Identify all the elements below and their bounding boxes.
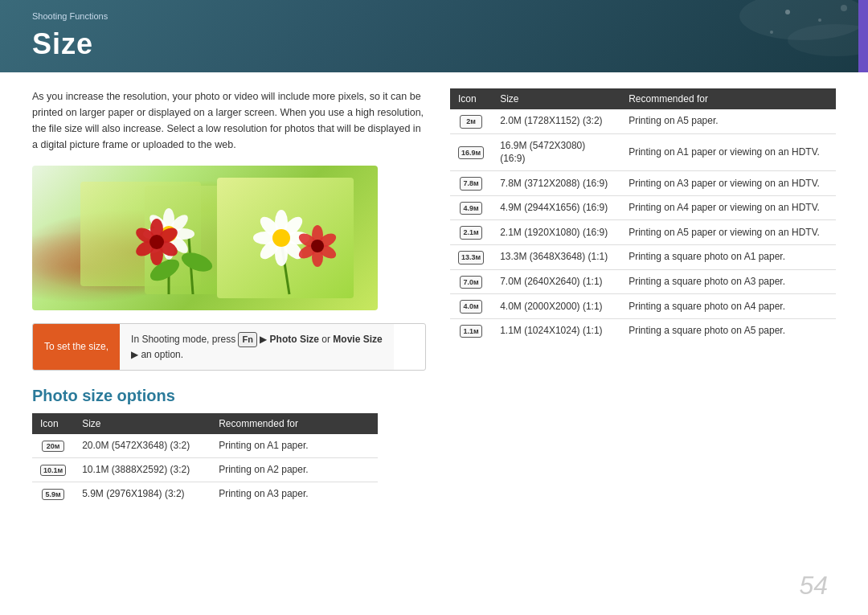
icon-badge: 4.9м — [460, 202, 482, 215]
tip-arrow1: ▶ — [260, 334, 269, 345]
col-size-header: Size — [74, 413, 211, 434]
icon-cell: 1.1м — [450, 318, 492, 342]
fn-key-badge: Fn — [238, 332, 256, 347]
right-column: Icon Size Recommended for 2м 2.0M (1728X… — [450, 88, 836, 506]
size-cell: 4.9M (2944X1656) (16:9) — [492, 195, 620, 220]
rec-cell: Printing on A2 paper. — [211, 457, 378, 482]
icon-cell: 13.3м — [450, 244, 492, 269]
main-content: As you increase the resolution, your pho… — [0, 72, 868, 522]
breadcrumb: Shooting Functions — [32, 11, 108, 21]
flower-illustration — [32, 166, 378, 310]
rec-cell: Printing on A4 paper or viewing on an HD… — [620, 195, 836, 220]
rec-cell: Printing on A5 paper. — [620, 109, 836, 133]
table-row: 5.9м 5.9M (2976X1984) (3:2) Printing on … — [32, 482, 378, 506]
table-row: 10.1м 10.1M (3888X2592) (3:2) Printing o… — [32, 457, 378, 482]
size-cell: 5.9M (2976X1984) (3:2) — [74, 482, 211, 506]
page-header: Shooting Functions Size — [0, 0, 868, 72]
size-cell: 10.1M (3888X2592) (3:2) — [74, 457, 211, 482]
tip-option: an option. — [141, 349, 183, 360]
tip-content: In Shooting mode, press Fn ▶ Photo Size … — [120, 324, 394, 370]
icon-badge: 10.1м — [40, 465, 66, 476]
size-cell: 4.0M (2000X2000) (1:1) — [492, 294, 620, 319]
description-text: As you increase the resolution, your pho… — [32, 88, 426, 153]
table-row: 16.9м 16.9M (5472X3080) (16:9) Printing … — [450, 133, 836, 171]
size-cell: 20.0M (5472X3648) (3:2) — [74, 434, 211, 458]
table-row: 7.8м 7.8M (3712X2088) (16:9) Printing on… — [450, 171, 836, 196]
icon-badge: 1.1м — [460, 325, 482, 338]
rec-cell: Printing a square photo on A5 paper. — [620, 318, 836, 342]
movie-size-label: Movie Size — [333, 334, 382, 345]
table-row: 2м 2.0M (1728X1152) (3:2) Printing on A5… — [450, 109, 836, 133]
photo-options-section: Photo size options Icon Size Recommended… — [32, 387, 426, 506]
photo-options-table: Icon Size Recommended for 20м 20.0M (547… — [32, 413, 378, 506]
page-title: Size — [32, 27, 93, 61]
table-row: 1.1м 1.1M (1024X1024) (1:1) Printing a s… — [450, 318, 836, 342]
rec-cell: Printing on A1 paper. — [211, 434, 378, 458]
size-cell: 16.9M (5472X3080) (16:9) — [492, 133, 620, 171]
svg-point-45 — [311, 240, 324, 252]
tip-box: To set the size, In Shooting mode, press… — [32, 323, 426, 371]
table-row: 2.1м 2.1M (1920X1080) (16:9) Printing on… — [450, 220, 836, 245]
col-rec-header: Recommended for — [211, 413, 378, 434]
main-col-icon-header: Icon — [450, 88, 492, 109]
photo-options-title: Photo size options — [32, 387, 426, 405]
tip-text-prefix: In Shooting mode, press — [131, 334, 235, 345]
rec-cell: Printing a square photo on A4 paper. — [620, 294, 836, 319]
rec-cell: Printing on A1 paper or viewing on an HD… — [620, 133, 836, 171]
icon-cell: 4.0м — [450, 294, 492, 319]
icon-cell: 2.1м — [450, 220, 492, 245]
rec-cell: Printing on A3 paper. — [211, 482, 378, 506]
page-number: 54 — [799, 571, 828, 601]
icon-badge: 2м — [460, 115, 482, 129]
rec-cell: Printing a square photo on A1 paper. — [620, 244, 836, 269]
size-cell: 7.0M (2640X2640) (1:1) — [492, 269, 620, 294]
tip-or: or — [321, 334, 330, 345]
icon-cell: 10.1м — [32, 457, 74, 482]
rec-cell: Printing on A5 paper or viewing on an HD… — [620, 220, 836, 245]
svg-point-2 — [785, 10, 790, 14]
col-icon-header: Icon — [32, 413, 74, 434]
svg-point-3 — [818, 18, 821, 22]
size-cell: 1.1M (1024X1024) (1:1) — [492, 318, 620, 342]
icon-badge: 4.0м — [460, 300, 482, 314]
header-accent — [858, 0, 868, 72]
tip-label: To set the size, — [33, 324, 120, 370]
svg-point-29 — [149, 235, 164, 249]
main-col-size-header: Size — [492, 88, 620, 109]
rec-cell: Printing a square photo on A3 paper. — [620, 269, 836, 294]
size-cell: 13.3M (3648X3648) (1:1) — [492, 244, 620, 269]
main-table-header-row: Icon Size Recommended for — [450, 88, 836, 109]
table-header-row: Icon Size Recommended for — [32, 413, 378, 434]
main-options-table: Icon Size Recommended for 2м 2.0M (1728X… — [450, 88, 836, 342]
icon-cell: 7.8м — [450, 171, 492, 196]
left-column: As you increase the resolution, your pho… — [32, 88, 426, 506]
icon-badge: 16.9м — [458, 146, 484, 160]
table-row: 7.0м 7.0M (2640X2640) (1:1) Printing a s… — [450, 269, 836, 294]
photo-size-label: Photo Size — [270, 334, 319, 345]
main-col-rec-header: Recommended for — [620, 88, 836, 109]
icon-cell: 16.9м — [450, 133, 492, 171]
icon-badge: 13.3м — [458, 251, 484, 264]
header-decoration — [627, 0, 868, 72]
svg-point-5 — [770, 31, 773, 34]
svg-point-38 — [272, 229, 290, 247]
size-cell: 7.8M (3712X2088) (16:9) — [492, 171, 620, 196]
tip-arrow2: ▶ — [131, 349, 141, 360]
icon-badge: 5.9м — [42, 489, 64, 500]
icon-badge: 7.0м — [460, 276, 482, 289]
icon-cell: 20м — [32, 434, 74, 458]
icon-cell: 5.9м — [32, 482, 74, 506]
icon-cell: 7.0м — [450, 269, 492, 294]
icon-cell: 2м — [450, 109, 492, 133]
icon-badge: 20м — [42, 441, 64, 452]
svg-point-4 — [841, 5, 847, 11]
icon-badge: 7.8м — [460, 177, 482, 191]
table-row: 13.3м 13.3M (3648X3648) (1:1) Printing a… — [450, 244, 836, 269]
table-row: 4.9м 4.9M (2944X1656) (16:9) Printing on… — [450, 195, 836, 220]
table-row: 4.0м 4.0M (2000X2000) (1:1) Printing a s… — [450, 294, 836, 319]
rec-cell: Printing on A3 paper or viewing on an HD… — [620, 171, 836, 196]
table-row: 20м 20.0M (5472X3648) (3:2) Printing on … — [32, 434, 378, 458]
size-cell: 2.1M (1920X1080) (16:9) — [492, 220, 620, 245]
icon-cell: 4.9м — [450, 195, 492, 220]
size-cell: 2.0M (1728X1152) (3:2) — [492, 109, 620, 133]
